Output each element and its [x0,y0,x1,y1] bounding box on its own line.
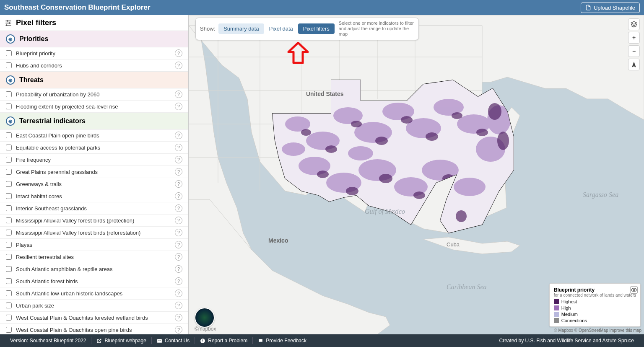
filter-item[interactable]: South Atlantic low-urban historic landsc… [0,287,188,300]
filter-checkbox[interactable] [6,217,12,223]
filter-checkbox[interactable] [6,315,12,321]
svg-point-5 [6,24,7,26]
filter-item[interactable]: Mississippi Alluvial Valley forest birds… [0,215,188,227]
zoom-out-button[interactable]: − [628,45,640,57]
help-icon[interactable]: ? [175,204,182,212]
filter-item[interactable]: Fire frequency? [0,154,188,166]
help-icon[interactable]: ? [175,302,182,309]
filter-checkbox[interactable] [6,50,12,56]
filter-checkbox[interactable] [6,157,12,163]
footer-link-provide-feedback[interactable]: Provide Feedback [253,338,312,344]
filter-item[interactable]: East Coastal Plain open pine birds? [0,129,188,142]
help-icon[interactable]: ? [175,90,182,98]
footer: Version: Southeast Blueprint 2022 Bluepr… [0,334,644,347]
filter-item[interactable]: Probability of urbanization by 2060? [0,88,188,101]
filter-item[interactable]: Greenways & trails? [0,178,188,190]
filter-checkbox[interactable] [6,230,12,235]
footer-link-blueprint-webpage[interactable]: Blueprint webpage [91,338,151,344]
svg-point-51 [456,210,467,222]
help-icon[interactable]: ? [175,192,182,200]
help-icon[interactable]: ? [175,277,182,285]
reset-north-button[interactable] [628,59,640,70]
filter-checkbox[interactable] [6,181,12,187]
filter-item[interactable]: South Atlantic amphibian & reptile areas… [0,263,188,275]
filter-item[interactable]: Equitable access to potential parks? [0,142,188,154]
filter-checkbox[interactable] [6,278,12,284]
tab-pixel-filters[interactable]: Pixel filters [298,23,335,34]
svg-point-35 [348,146,373,160]
help-icon[interactable]: ? [175,49,182,57]
help-icon[interactable]: ? [175,103,182,110]
filter-checkbox[interactable] [6,327,12,333]
filter-item[interactable]: Interior Southeast grasslands? [0,202,188,215]
svg-point-31 [454,178,486,196]
help-icon[interactable]: ? [175,62,182,69]
legend-visibility-toggle[interactable] [630,286,638,294]
help-icon[interactable]: ? [175,290,182,297]
help-icon[interactable]: ? [175,314,182,321]
filter-item[interactable]: Resilient terrestrial sites? [0,251,188,263]
svg-point-37 [325,145,337,153]
filter-checkbox[interactable] [6,62,12,68]
filter-item[interactable]: Flooding extent by projected sea-level r… [0,101,188,113]
tab-pixel-data[interactable]: Pixel data [264,23,298,34]
filter-item[interactable]: Blueprint priority? [0,47,188,59]
legend-title: Blueprint priority [554,287,636,293]
filter-checkbox[interactable] [6,290,12,296]
help-icon[interactable]: ? [175,241,182,248]
help-icon[interactable]: ? [175,229,182,236]
filter-checkbox[interactable] [6,193,12,199]
filter-item[interactable]: Hubs and corridors? [0,59,188,72]
filter-checkbox[interactable] [6,169,12,175]
filter-label: Hubs and corridors [16,62,62,69]
help-icon[interactable]: ? [175,132,182,139]
help-icon[interactable]: ? [175,326,182,334]
filter-checkbox[interactable] [6,242,12,248]
filter-checkbox[interactable] [6,145,12,150]
help-icon[interactable]: ? [175,144,182,151]
app-title: Southeast Conservation Blueprint Explore… [4,3,151,12]
section-header-threats[interactable]: ◉Threats [0,72,188,88]
zoom-in-button[interactable]: + [628,32,640,44]
filter-checkbox[interactable] [6,254,12,260]
filter-checkbox[interactable] [6,266,12,272]
filter-label: Probability of urbanization by 2060 [16,91,99,98]
tab-summary-data[interactable]: Summary data [218,23,264,34]
svg-point-45 [497,132,509,150]
filter-checkbox[interactable] [6,91,12,97]
help-icon[interactable]: ? [175,156,182,163]
filter-checkbox[interactable] [6,103,12,109]
map-thumbnail-toggle[interactable] [195,308,215,328]
filter-item[interactable]: Intact habitat cores? [0,190,188,202]
footer-link-report-problem[interactable]: Report a Problem [195,338,252,344]
filter-checkbox[interactable] [6,132,12,138]
section-title: Threats [19,76,44,84]
sidebar-scroll[interactable]: ◉PrioritiesBlueprint priority?Hubs and c… [0,31,188,334]
section-header-terrestrial-indicators[interactable]: ◉Terrestrial indicators [0,113,188,129]
filter-label: Urban park size [16,303,54,309]
filter-checkbox[interactable] [6,303,12,308]
svg-point-34 [282,142,305,156]
help-icon[interactable]: ? [175,168,182,176]
filter-checkbox[interactable] [6,205,12,211]
section-title: Priorities [19,35,48,43]
filter-item[interactable]: West Coastal Plain & Ouachitas forested … [0,312,188,324]
svg-point-46 [317,171,329,178]
layers-button[interactable] [628,18,640,30]
filter-item[interactable]: Urban park size? [0,300,188,312]
filter-label: Greenways & trails [16,181,62,187]
footer-link-contact-us[interactable]: Contact Us [152,338,195,344]
filter-item[interactable]: South Atlantic forest birds? [0,275,188,287]
filter-label: Playas [16,242,32,248]
help-icon[interactable]: ? [175,217,182,224]
map[interactable]: United States Mexico Gulf of Mexico Cuba… [189,15,644,334]
filter-item[interactable]: Mississippi Alluvial Valley forest birds… [0,227,188,239]
help-icon[interactable]: ? [175,253,182,261]
help-icon[interactable]: ? [175,265,182,273]
filter-item[interactable]: West Coastal Plain & Ouachitas open pine… [0,324,188,334]
upload-shapefile-button[interactable]: Upload Shapefile [581,3,640,13]
section-header-priorities[interactable]: ◉Priorities [0,31,188,47]
filter-item[interactable]: Playas? [0,239,188,251]
help-icon[interactable]: ? [175,180,182,188]
filter-item[interactable]: Great Plains perennial grasslands? [0,166,188,178]
